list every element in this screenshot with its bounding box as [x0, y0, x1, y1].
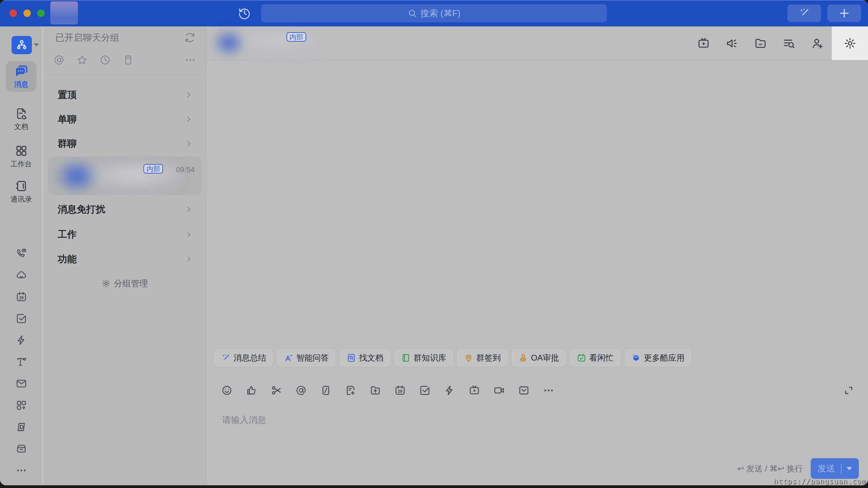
storage-box-icon[interactable] — [16, 443, 27, 454]
more-icon[interactable] — [543, 385, 554, 396]
sidebar-item-messages[interactable]: 消息 — [6, 61, 37, 92]
at-mentions-icon[interactable] — [53, 54, 65, 66]
calendar-29-icon[interactable]: 29 — [16, 291, 27, 303]
divider — [48, 75, 201, 75]
group-row-work[interactable]: 工作 — [43, 222, 206, 247]
announcement-icon[interactable] — [718, 26, 746, 60]
sidebar-item-contacts[interactable]: 通讯录 — [0, 180, 42, 204]
message-input[interactable]: 请输入消息 — [222, 414, 266, 426]
zoom-window-button[interactable] — [37, 9, 45, 17]
video-call-icon[interactable] — [16, 248, 27, 259]
envelope-icon[interactable] — [518, 385, 530, 396]
send-button[interactable]: 发送 — [811, 458, 859, 479]
emoji-icon[interactable] — [221, 385, 233, 396]
refresh-icon[interactable] — [184, 32, 196, 44]
add-member-icon[interactable] — [803, 26, 832, 60]
sidebar-item-docs[interactable]: 文档 — [0, 107, 42, 131]
automation-icon[interactable] — [444, 385, 455, 396]
group-row-muted[interactable]: 消息免打扰 — [43, 197, 206, 222]
send-shortcut-hint: ↩ 发送 / ⌘↩ 换行 — [737, 463, 803, 474]
stamp-icon — [518, 353, 528, 363]
plus-button[interactable] — [827, 4, 861, 22]
sidebar-item-workbench[interactable]: 工作台 — [0, 144, 42, 169]
chip-message-summary[interactable]: 消息总结 — [215, 349, 273, 366]
chevron-right-icon — [184, 115, 193, 123]
group-row-groupchat[interactable]: 群聊 — [43, 131, 206, 156]
book-icon — [401, 353, 411, 363]
star-icon[interactable] — [76, 54, 88, 66]
search-input[interactable]: 搜索 (⌘F) — [261, 4, 607, 22]
chip-knowledge-base[interactable]: 群知识库 — [395, 349, 453, 366]
composer-toolbar: 29 — [206, 383, 868, 398]
user-avatar[interactable] — [50, 1, 78, 24]
chip-group-checkin[interactable]: 群签到 — [457, 349, 507, 366]
search-icon — [408, 8, 417, 18]
group-row-pinned[interactable]: 置顶 — [43, 83, 206, 107]
chip-busy-status[interactable]: 看闲忙 — [570, 349, 620, 366]
mail-icon[interactable] — [16, 378, 27, 389]
group-row-features[interactable]: 功能 — [43, 247, 206, 271]
camera-icon[interactable] — [493, 385, 505, 396]
send-button-divider — [841, 464, 842, 474]
chevron-right-icon — [184, 230, 193, 239]
cube-icon — [631, 353, 641, 363]
internal-badge: 内部 — [287, 32, 306, 42]
group-manage-button[interactable]: 分组管理 — [43, 276, 206, 291]
folder-icon[interactable] — [746, 26, 775, 60]
svg-text:29: 29 — [398, 389, 402, 394]
automation-icon[interactable] — [16, 334, 27, 346]
settings-gear-icon[interactable] — [832, 26, 868, 60]
cloud-drive-icon[interactable] — [16, 269, 27, 281]
minimize-window-button[interactable] — [23, 9, 31, 17]
magic-wand-button[interactable] — [787, 4, 821, 22]
send-options-caret-icon[interactable] — [847, 467, 852, 470]
chat-bubbles-icon — [14, 64, 28, 78]
chip-oa-approval[interactable]: OA审批 — [512, 349, 566, 366]
svg-text:A: A — [285, 354, 291, 363]
expand-icon[interactable] — [843, 385, 854, 396]
chip-find-doc[interactable]: 找文档 — [340, 349, 390, 366]
typeface-icon[interactable] — [16, 356, 27, 368]
avatar-caret-icon[interactable] — [34, 43, 39, 46]
chevron-right-icon — [184, 255, 193, 263]
doc-cloud-icon — [15, 107, 28, 120]
at-icon[interactable] — [295, 385, 307, 396]
conversation-panel: 内部 — [206, 26, 868, 485]
clock-icon[interactable] — [99, 54, 111, 66]
doc-search-icon — [347, 353, 356, 363]
more-icon[interactable] — [16, 465, 27, 476]
slash-command-icon[interactable] — [320, 385, 332, 396]
ai-a-icon: A — [284, 353, 293, 363]
app-store-icon[interactable] — [16, 400, 27, 411]
org-avatar-icon[interactable] — [12, 36, 32, 54]
selected-chat-item[interactable]: 内部 09:54 — [48, 157, 201, 195]
group-row-direct[interactable]: 单聊 — [43, 107, 206, 131]
new-doc-icon[interactable] — [345, 385, 356, 396]
video-icon[interactable] — [469, 385, 480, 396]
scissors-icon[interactable] — [271, 385, 282, 396]
app-window: 搜索 (⌘F) — [0, 0, 868, 485]
upload-file-icon[interactable] — [370, 385, 381, 396]
chevron-right-icon — [184, 140, 193, 148]
watermark: https://pangsuan.com — [773, 477, 866, 485]
tag-card-icon[interactable] — [122, 54, 134, 66]
docs-app-icon[interactable] — [16, 421, 27, 433]
video-meeting-icon[interactable] — [689, 26, 718, 60]
calendar-29-icon[interactable]: 29 — [394, 385, 406, 396]
app-shortcut-row: 消息总结 A 智能问答 — [215, 349, 691, 366]
location-pin-icon — [464, 353, 473, 363]
more-icon[interactable] — [184, 54, 196, 66]
chip-more-apps[interactable]: 更多酷应用 — [625, 349, 691, 366]
history-icon[interactable] — [237, 6, 252, 20]
chat-timestamp: 09:54 — [176, 165, 195, 174]
grid-icon — [15, 144, 28, 157]
search-placeholder: 搜索 (⌘F) — [420, 7, 460, 19]
chip-ai-qa[interactable]: A 智能问答 — [277, 349, 335, 366]
tasks-icon[interactable] — [16, 313, 27, 324]
rail-tools: 29 — [0, 248, 42, 476]
close-window-button[interactable] — [9, 9, 17, 17]
thumbs-up-icon[interactable] — [246, 385, 257, 396]
tasks-icon[interactable] — [419, 385, 431, 396]
search-history-icon[interactable] — [775, 26, 803, 60]
svg-text:29: 29 — [19, 296, 24, 300]
